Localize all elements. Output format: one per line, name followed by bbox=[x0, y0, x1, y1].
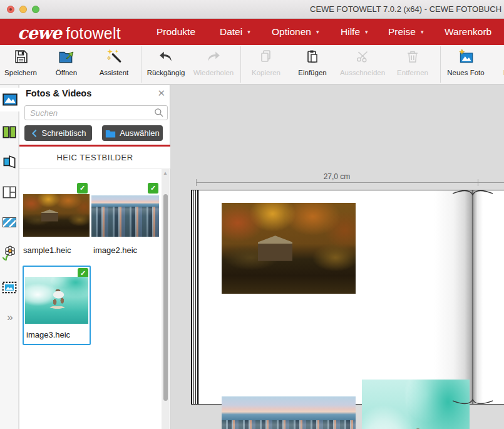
ruler-line bbox=[196, 182, 504, 183]
album-title: HEIC TESTBILDER bbox=[19, 147, 170, 169]
undo-button[interactable]: Rückgängig bbox=[143, 48, 189, 83]
hut-shape bbox=[41, 209, 59, 221]
new-text-button[interactable]: Neu bbox=[490, 48, 504, 83]
double-chevron-icon: » bbox=[7, 311, 11, 324]
workspace: » Fotos & Videos ✕ Schreibtisch Auswähle… bbox=[0, 85, 504, 429]
delete-button[interactable]: Entfernen bbox=[389, 48, 436, 83]
scrollbar-thumb[interactable] bbox=[163, 194, 168, 401]
panel-title: Fotos & Videos bbox=[26, 88, 91, 98]
paste-clipboard-icon bbox=[289, 48, 336, 65]
cut-button[interactable]: Ausschneiden bbox=[336, 48, 389, 83]
photos-icon bbox=[2, 91, 18, 108]
page-photo-autumn[interactable] bbox=[222, 203, 356, 294]
book-icon bbox=[1, 154, 18, 170]
sidebar-item-page-layouts[interactable] bbox=[0, 120, 19, 144]
logo-word-text: fotowelt bbox=[66, 24, 121, 42]
page-fold-curve bbox=[453, 185, 493, 196]
backgrounds-icon bbox=[3, 217, 16, 227]
thumbnail-image[interactable] bbox=[25, 277, 88, 324]
chevron-down-icon: ▾ bbox=[247, 29, 250, 35]
filename-label: image3.heic bbox=[26, 330, 70, 339]
page-photo-city[interactable] bbox=[222, 396, 356, 429]
window-title: CEWE FOTOWELT 7.0.2 (x64) - CEWE FOTOBUC… bbox=[310, 4, 504, 14]
filename-label: sample1.heic bbox=[23, 246, 71, 255]
photo-thumb-image3-selected[interactable]: ✓ image3.heic bbox=[23, 266, 91, 345]
menu-preise[interactable]: Preise ▾ bbox=[388, 19, 423, 45]
window-titlebar: CEWE FOTOWELT 7.0.2 (x64) - CEWE FOTOBUC… bbox=[0, 0, 504, 19]
photo-thumb-image2[interactable]: ✓ image2.heic bbox=[90, 182, 160, 258]
checkmark-badge: ✓ bbox=[77, 183, 88, 194]
panel-scrollbar[interactable]: ▲ bbox=[162, 169, 169, 429]
redo-arrow-icon bbox=[189, 48, 238, 65]
scroll-up-icon[interactable]: ▲ bbox=[163, 170, 168, 176]
close-icon[interactable]: ✕ bbox=[157, 88, 165, 99]
assistant-button[interactable]: Assistent bbox=[91, 48, 136, 83]
main-menubar: cewefotowelt Produkte Datei ▾ Optionen ▾… bbox=[0, 19, 504, 45]
close-window-button[interactable] bbox=[7, 6, 14, 13]
folder-icon bbox=[105, 129, 116, 138]
ruler-tick bbox=[196, 179, 197, 186]
redo-button[interactable]: Wiederholen bbox=[189, 48, 238, 83]
book-left-page[interactable] bbox=[199, 190, 473, 405]
toolbar-separator bbox=[240, 46, 241, 83]
flower-icon bbox=[1, 246, 18, 262]
floppy-disk-icon bbox=[0, 48, 41, 65]
thumbnail-image[interactable] bbox=[91, 195, 159, 237]
photo-thumb-sample1[interactable]: ✓ sample1.heic bbox=[21, 182, 90, 258]
copy-button[interactable]: Kopieren bbox=[244, 48, 288, 83]
chevron-down-icon: ▾ bbox=[365, 29, 368, 35]
editor-canvas[interactable]: 27,0 cm bbox=[170, 85, 504, 429]
sidebar-item-backgrounds[interactable] bbox=[0, 210, 19, 234]
chevron-down-icon: ▾ bbox=[421, 29, 424, 35]
surfer-shape bbox=[43, 289, 73, 312]
tool-iconstrip: » bbox=[0, 85, 19, 429]
menu-hilfe[interactable]: Hilfe ▾ bbox=[341, 19, 368, 45]
toolbar-separator bbox=[440, 46, 441, 83]
sidebar-item-photos[interactable] bbox=[0, 88, 19, 111]
search-icon bbox=[153, 107, 165, 118]
zoom-window-button[interactable] bbox=[32, 6, 39, 13]
menu-warenkorb[interactable]: Warenkorb bbox=[445, 19, 491, 45]
sidebar-item-cliparts[interactable] bbox=[0, 242, 19, 266]
save-button[interactable]: Speichern bbox=[0, 48, 41, 83]
menu-datei[interactable]: Datei ▾ bbox=[220, 19, 250, 45]
sidebar-item-layouts[interactable] bbox=[0, 180, 19, 204]
cewe-logo: cewefotowelt bbox=[18, 23, 121, 43]
sidebar-item-more[interactable]: » bbox=[0, 306, 19, 329]
new-photo-button[interactable]: Neues Foto bbox=[443, 48, 489, 83]
open-folder-icon bbox=[44, 48, 89, 65]
layout-icon bbox=[1, 184, 18, 200]
photobook-spread[interactable] bbox=[191, 190, 504, 405]
logo-script-text: cewe bbox=[18, 23, 61, 43]
scissors-icon bbox=[336, 48, 389, 65]
hut-shape bbox=[258, 235, 293, 261]
magic-wand-icon bbox=[91, 48, 136, 65]
search-field-wrap bbox=[24, 105, 168, 120]
toolbar-separator bbox=[141, 46, 141, 83]
open-button[interactable]: Öffnen bbox=[44, 48, 89, 83]
main-toolbar: Speichern Öffnen Assistent Rückgängig Wi… bbox=[0, 45, 504, 85]
paste-button[interactable]: Einfügen bbox=[289, 48, 336, 83]
menu-produkte[interactable]: Produkte bbox=[157, 19, 195, 45]
photos-panel: Fotos & Videos ✕ Schreibtisch Auswählen … bbox=[19, 85, 170, 429]
new-photo-icon bbox=[443, 48, 489, 65]
undo-arrow-icon bbox=[143, 48, 189, 65]
sidebar-item-frames[interactable] bbox=[0, 276, 19, 299]
ruler-width-label: 27,0 cm bbox=[324, 172, 351, 181]
book-right-page[interactable] bbox=[473, 190, 504, 405]
checkmark-badge: ✓ bbox=[148, 183, 158, 194]
copy-icon bbox=[244, 48, 288, 65]
desktop-back-button[interactable]: Schreibtisch bbox=[24, 125, 92, 141]
trash-icon bbox=[389, 48, 436, 65]
sidebar-item-book-preview[interactable] bbox=[0, 150, 19, 174]
menu-optionen[interactable]: Optionen ▾ bbox=[272, 19, 319, 45]
new-text-icon bbox=[490, 48, 504, 65]
thumbnail-image[interactable] bbox=[23, 194, 90, 237]
search-input[interactable] bbox=[24, 105, 168, 120]
page-stack-edge bbox=[191, 190, 199, 405]
frame-stamp-icon bbox=[1, 279, 18, 296]
pages-icon bbox=[1, 124, 18, 140]
minimize-window-button[interactable] bbox=[19, 6, 27, 13]
choose-folder-button[interactable]: Auswählen bbox=[102, 125, 163, 141]
page-fold-curve bbox=[453, 398, 493, 410]
